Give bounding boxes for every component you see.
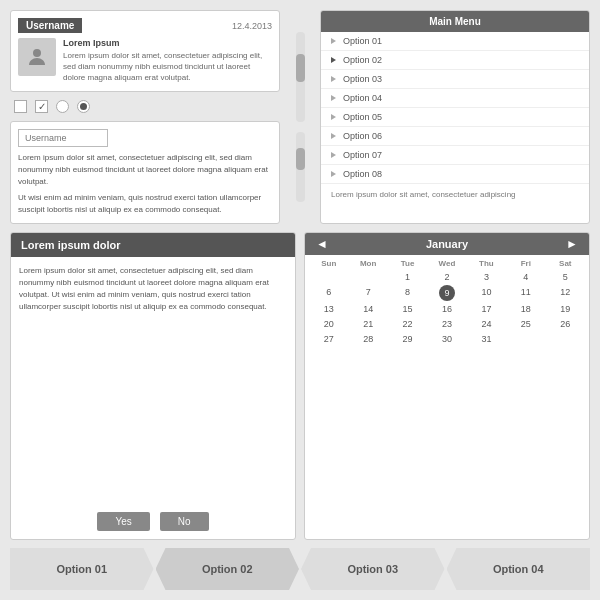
cal-cell[interactable]: 19 — [546, 302, 585, 316]
avatar — [18, 38, 56, 76]
scrollbar-horizontal[interactable] — [296, 132, 305, 202]
cal-cell[interactable]: 15 — [388, 302, 427, 316]
menu-item-7[interactable]: Option 07 — [321, 146, 589, 165]
calendar-prev-button[interactable]: ◄ — [313, 237, 331, 251]
menu-item-2[interactable]: Option 02 — [321, 51, 589, 70]
cal-cell[interactable]: 11 — [506, 285, 545, 301]
menu-item-4[interactable]: Option 04 — [321, 89, 589, 108]
radio-filled[interactable] — [77, 100, 90, 113]
date-display: 12.4.2013 — [232, 21, 272, 31]
menu-header: Main Menu — [321, 11, 589, 32]
cal-cell[interactable]: 2 — [427, 270, 466, 284]
calendar-month: January — [426, 238, 468, 250]
dialog-box: Lorem ipsum dolor Lorem ipsum dolor sit … — [10, 232, 296, 540]
cal-cell[interactable]: 12 — [546, 285, 585, 301]
dialog-header: Lorem ipsum dolor — [11, 233, 295, 257]
username-input[interactable] — [18, 129, 108, 147]
cal-cell[interactable]: 24 — [467, 317, 506, 331]
cal-cell[interactable]: 8 — [388, 285, 427, 301]
cal-header-fri: Fri — [506, 259, 545, 268]
cal-header-thu: Thu — [467, 259, 506, 268]
menu-item-6[interactable]: Option 06 — [321, 127, 589, 146]
cal-header-wed: Wed — [427, 259, 466, 268]
form-text-1: Lorem ipsum dolor sit amet, consectetuer… — [18, 152, 272, 188]
dialog-body: Lorem ipsum dolor sit amet, consectetuer… — [11, 257, 295, 506]
user-card-text: Lorem Ipsum Lorem ipsum dolor sit amet, … — [63, 38, 272, 84]
controls-row: ✓ — [10, 98, 280, 115]
menu-item-8[interactable]: Option 08 — [321, 165, 589, 184]
cal-cell[interactable]: 31 — [467, 332, 506, 346]
cal-header-sat: Sat — [546, 259, 585, 268]
cal-cell[interactable]: 25 — [506, 317, 545, 331]
username-label: Username — [18, 18, 82, 33]
cal-cell[interactable]: 17 — [467, 302, 506, 316]
radio-empty[interactable] — [56, 100, 69, 113]
cal-cell[interactable]: 3 — [467, 270, 506, 284]
cal-cell[interactable]: 6 — [309, 285, 348, 301]
cal-cell[interactable]: 5 — [546, 270, 585, 284]
breadcrumb-item-2[interactable]: Option 02 — [156, 548, 300, 590]
cal-header-sun: Sun — [309, 259, 348, 268]
scrollbar-area — [288, 10, 312, 224]
cal-cell-today[interactable]: 9 — [439, 285, 455, 301]
cal-cell[interactable]: 29 — [388, 332, 427, 346]
calendar-header: ◄ January ► — [305, 233, 589, 255]
menu-item-3[interactable]: Option 03 — [321, 70, 589, 89]
cal-cell[interactable] — [546, 332, 585, 346]
cal-cell[interactable]: 1 — [388, 270, 427, 284]
cal-cell[interactable]: 27 — [309, 332, 348, 346]
cal-cell[interactable]: 21 — [348, 317, 387, 331]
main-menu: Main Menu Option 01 Option 02 Option 03 … — [320, 10, 590, 224]
cal-cell[interactable] — [348, 270, 387, 284]
checkbox-empty[interactable] — [14, 100, 27, 113]
cal-cell[interactable]: 10 — [467, 285, 506, 301]
cal-header-tue: Tue — [388, 259, 427, 268]
cal-cell[interactable]: 30 — [427, 332, 466, 346]
cal-cell[interactable]: 4 — [506, 270, 545, 284]
calendar-grid: Sun Mon Tue Wed Thu Fri Sat 1 2 3 4 5 — [305, 255, 589, 350]
svg-point-0 — [33, 49, 41, 57]
cal-cell[interactable] — [309, 270, 348, 284]
yes-button[interactable]: Yes — [97, 512, 149, 531]
user-card: Username 12.4.2013 Lorem Ipsum Lorem ips… — [10, 10, 280, 92]
menu-footer: Lorem ipsum dolor sit amet, consectetuer… — [321, 184, 589, 205]
menu-item-5[interactable]: Option 05 — [321, 108, 589, 127]
cal-cell[interactable]: 23 — [427, 317, 466, 331]
breadcrumb-item-3[interactable]: Option 03 — [301, 548, 445, 590]
checkbox-checked[interactable]: ✓ — [35, 100, 48, 113]
scrollbar-vertical[interactable] — [296, 32, 305, 122]
breadcrumb-row: Option 01 Option 02 Option 03 Option 04 — [10, 548, 590, 590]
cal-cell[interactable]: 7 — [348, 285, 387, 301]
cal-header-mon: Mon — [348, 259, 387, 268]
calendar-next-button[interactable]: ► — [563, 237, 581, 251]
cal-cell[interactable]: 16 — [427, 302, 466, 316]
input-form: Lorem ipsum dolor sit amet, consectetuer… — [10, 121, 280, 224]
form-text-2: Ut wisi enim ad minim veniam, quis nostr… — [18, 192, 272, 216]
cal-cell[interactable]: 28 — [348, 332, 387, 346]
cal-cell[interactable]: 26 — [546, 317, 585, 331]
calendar: ◄ January ► Sun Mon Tue Wed Thu Fri Sat — [304, 232, 590, 540]
dialog-buttons: Yes No — [11, 506, 295, 539]
breadcrumb-item-1[interactable]: Option 01 — [10, 548, 154, 590]
cal-cell[interactable]: 14 — [348, 302, 387, 316]
no-button[interactable]: No — [160, 512, 209, 531]
cal-cell[interactable]: 20 — [309, 317, 348, 331]
cal-cell[interactable]: 13 — [309, 302, 348, 316]
menu-item-1[interactable]: Option 01 — [321, 32, 589, 51]
cal-cell[interactable]: 18 — [506, 302, 545, 316]
cal-cell[interactable]: 22 — [388, 317, 427, 331]
breadcrumb-item-4[interactable]: Option 04 — [447, 548, 591, 590]
cal-cell[interactable] — [506, 332, 545, 346]
